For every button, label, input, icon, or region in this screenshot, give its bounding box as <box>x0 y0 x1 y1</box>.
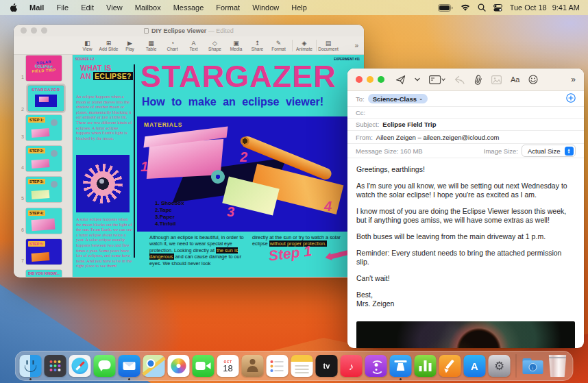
dock-icon-reminders[interactable] <box>267 355 289 377</box>
menu-item[interactable]: Format <box>216 3 240 12</box>
toolbar-button[interactable]: ⊞ Add Slide <box>98 40 119 51</box>
control-center-icon[interactable] <box>493 4 502 12</box>
slide-thumbnail-2-selected[interactable]: STARGAZER <box>28 86 64 111</box>
slide-heading: WHAT IS AN ECLIPSE? <box>80 64 133 80</box>
toolbar-button[interactable]: ◈ Animate <box>292 40 313 51</box>
dock-icon-notes[interactable] <box>291 355 313 377</box>
slide-canvas[interactable]: SCIENCE 4.2 EXPERIMENT #11 WHAT IS AN EC… <box>73 55 364 277</box>
wifi-icon[interactable] <box>461 4 470 12</box>
dock-icon-contacts[interactable] <box>242 355 264 377</box>
menu-clock[interactable]: Tue Oct 18 9:41 AM <box>510 3 580 12</box>
toolbar-button-icon: A <box>191 40 195 47</box>
menu-item[interactable]: Help <box>291 3 307 12</box>
message-body[interactable]: Greetings, earthlings!As I'm sure you al… <box>347 158 584 320</box>
eclipse-photo-attachment[interactable] <box>356 321 575 348</box>
toolbar-button[interactable]: ◔ Chart <box>162 40 183 51</box>
menu-bar: MailFileEditViewMailboxMessageFormatWind… <box>0 0 588 15</box>
dock-icon-trash[interactable] <box>547 355 569 377</box>
emoji-icon[interactable] <box>528 75 538 84</box>
slide-thumbnail-7[interactable]: STEP 5: <box>26 239 62 264</box>
slide-divider <box>134 64 135 258</box>
dock-icon-pages[interactable] <box>439 355 461 377</box>
toolbar-button[interactable]: ↥ Share <box>247 40 268 51</box>
body-paragraph: As I'm sure you all know, we will be set… <box>356 182 575 199</box>
recipient-token[interactable]: Science-Class⌄ <box>368 94 428 103</box>
dock-icon-maps[interactable] <box>143 355 165 377</box>
cc-field[interactable]: Cc: <box>347 107 584 119</box>
send-icon[interactable] <box>395 75 406 85</box>
toolbar-button-icon: ▤ <box>326 40 332 47</box>
menu-item[interactable]: View <box>106 3 123 12</box>
slide-thumbnail-row[interactable]: 4 STEP 2: <box>14 146 73 171</box>
slide-thumbnail-row[interactable]: 1 SOLAR ECLIPSE FIELD TRIP <box>14 55 73 81</box>
search-icon[interactable] <box>478 3 486 12</box>
menu-item[interactable]: File <box>56 3 69 12</box>
slide-thumbnail-3[interactable]: STEP 1: <box>26 115 62 140</box>
keynote-titlebar[interactable]: DIY Eclipse Viewer — Edited <box>14 25 364 36</box>
toolbar-overflow-button[interactable]: » <box>354 42 358 49</box>
dock-icon-calendar[interactable]: OCT 18 <box>217 355 239 377</box>
to-label: To: <box>356 95 365 103</box>
menu-item[interactable]: Edit <box>81 3 94 12</box>
attach-icon[interactable] <box>474 75 482 85</box>
toolbar-button[interactable]: ▶ Play <box>119 40 140 51</box>
dock-icon-facetime[interactable] <box>193 355 215 377</box>
dock-icon-downloads[interactable]: ↓ <box>522 355 544 377</box>
slide-thumbnail-8[interactable]: DID YOU KNOW... <box>26 270 62 277</box>
body-paragraph: Can't wait! <box>356 274 575 283</box>
image-size-select[interactable]: Actual Size ▲▼ <box>522 145 576 157</box>
slide-thumbnail-row[interactable]: 2 STARGAZER <box>14 84 73 113</box>
slide-thumbnail-row[interactable]: 5 STEP 3: <box>14 177 73 202</box>
add-recipient-button[interactable] <box>566 93 576 104</box>
dock-icon-launchpad[interactable] <box>45 355 66 377</box>
header-fields-icon[interactable] <box>429 75 445 84</box>
dock-icon-system-settings[interactable]: ⚙ <box>489 355 511 377</box>
subject-field[interactable]: Subject: Eclipse Field Trip <box>347 119 584 131</box>
dock-icon-safari[interactable] <box>69 355 91 377</box>
dock-icon-app-store[interactable]: A <box>464 355 486 377</box>
dock-icon-tv[interactable]: tv <box>316 355 338 377</box>
cc-label: Cc: <box>356 109 365 116</box>
dock-icon-podcasts[interactable] <box>365 355 387 377</box>
toolbar-button[interactable]: ◇ Shape <box>204 40 225 51</box>
toolbar-button[interactable]: ✎ Format <box>268 40 289 51</box>
window-controls[interactable] <box>356 76 384 83</box>
toolbar-button[interactable]: ◧ View <box>77 40 98 51</box>
menu-item[interactable]: Mailbox <box>135 3 161 12</box>
menu-item[interactable]: Window <box>252 3 279 12</box>
toolbar-button[interactable]: ▦ Table <box>140 40 162 51</box>
dock: OCT 18 tv ♪ A ⚙ ↓ <box>15 351 574 381</box>
menu-item[interactable]: Message <box>173 3 204 12</box>
send-options-chevron-icon[interactable] <box>415 77 420 82</box>
dock-icon-mail[interactable] <box>119 355 140 377</box>
dock-icon-keynote[interactable] <box>390 355 412 377</box>
slide-thumbnail-row[interactable]: 3 STEP 1: <box>14 115 73 140</box>
slide-thumbnail-4[interactable]: STEP 2: <box>26 146 62 171</box>
apple-menu-icon[interactable] <box>8 3 17 13</box>
dock-icon-photos[interactable] <box>168 355 190 377</box>
caution-text-left: Although an eclipse is beautiful, in ord… <box>149 234 244 267</box>
more-icon[interactable]: » <box>571 75 576 84</box>
mail-toolbar[interactable]: Aa » <box>347 69 584 91</box>
slide-thumbnail-row[interactable]: 6 STEP 4: <box>14 208 73 234</box>
slide-thumbnail-1[interactable]: SOLAR ECLIPSE FIELD TRIP <box>26 55 62 81</box>
menu-item[interactable]: Mail <box>29 3 44 12</box>
slide-thumbnail-row[interactable]: DID YOU KNOW... <box>14 270 73 277</box>
slide-navigator[interactable]: 1 SOLAR ECLIPSE FIELD TRIP 2 STARGAZER <box>14 55 73 277</box>
from-field[interactable]: From: Aileen Zeigen – aileen.zeigen@iclo… <box>347 131 584 144</box>
slide-thumbnail-6[interactable]: STEP 4: <box>26 208 62 234</box>
dock-icon-numbers[interactable] <box>415 355 437 377</box>
toolbar-button[interactable]: ▣ Media <box>225 40 247 51</box>
slide-thumbnail-row[interactable]: 7 STEP 5: <box>14 239 73 264</box>
toolbar-button-label: View <box>83 47 93 51</box>
toolbar-button[interactable]: ▤ Document <box>316 40 337 51</box>
toolbar-button[interactable]: A Text <box>183 40 204 51</box>
dock-icon-messages[interactable] <box>94 355 116 377</box>
slide-thumbnail-5[interactable]: STEP 3: <box>26 177 62 202</box>
insert-photo-icon <box>491 75 502 84</box>
battery-icon[interactable] <box>438 4 453 12</box>
dock-icon-music[interactable]: ♪ <box>341 355 363 377</box>
format-text-icon[interactable]: Aa <box>511 75 519 84</box>
dock-icon-finder[interactable] <box>20 355 42 377</box>
to-field[interactable]: To: Science-Class⌄ <box>347 91 584 107</box>
